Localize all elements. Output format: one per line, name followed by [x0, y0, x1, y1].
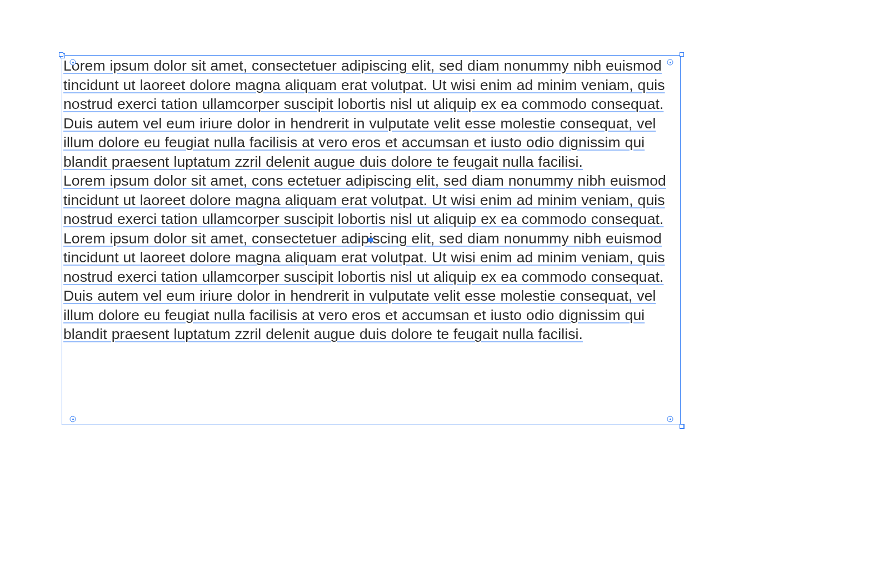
paragraph[interactable]: Lorem ipsum dolor sit amet, cons ectetue… [63, 171, 678, 229]
thread-port-top-right-icon[interactable] [667, 59, 673, 66]
thread-port-top-left-icon[interactable] [70, 59, 76, 66]
resize-handle-top-right[interactable] [680, 52, 684, 57]
resize-handle-top-left[interactable] [59, 52, 63, 57]
thread-port-bottom-left-icon[interactable] [70, 416, 76, 422]
paragraph[interactable]: Lorem ipsum dolor sit amet, consectetuer… [63, 56, 678, 171]
resize-handle-bottom-right[interactable] [680, 424, 684, 428]
paragraph[interactable]: Lorem ipsum dolor sit amet, consectetuer… [63, 229, 678, 344]
resize-handle-center[interactable] [368, 238, 373, 242]
editor-canvas[interactable]: Lorem ipsum dolor sit amet, consectetuer… [0, 0, 889, 588]
thread-port-bottom-right-icon[interactable] [667, 416, 673, 422]
